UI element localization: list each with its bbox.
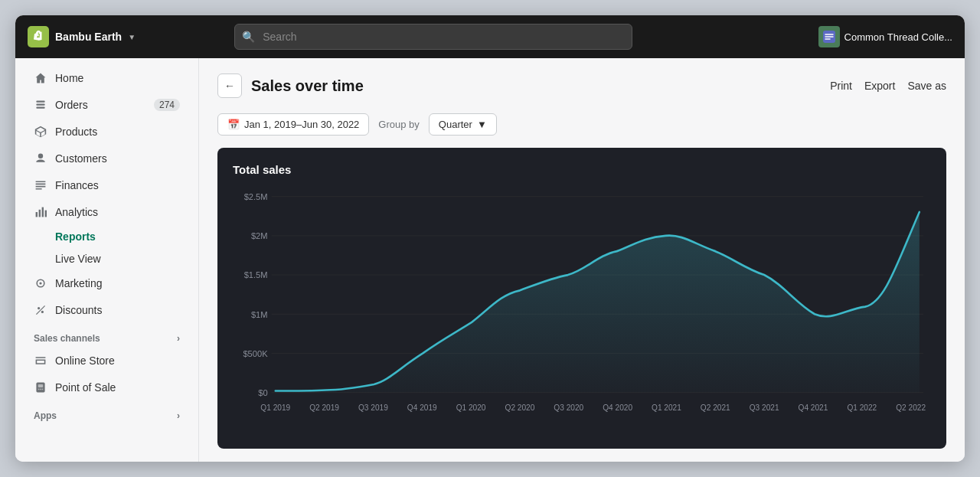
page-actions: Print Export Save as [830, 80, 946, 92]
sidebar-item-products-label: Products [55, 126, 97, 138]
sidebar-item-orders-label: Orders [55, 99, 88, 111]
online-store-icon [34, 354, 47, 368]
sidebar-item-discounts[interactable]: Discounts [21, 297, 192, 323]
svg-rect-0 [28, 26, 49, 47]
topbar-right: Common Thread Colle... [818, 26, 952, 47]
svg-text:Q3 2020: Q3 2020 [554, 403, 583, 412]
svg-text:Q3 2019: Q3 2019 [358, 403, 388, 412]
group-by-value: Quarter [439, 119, 472, 130]
sidebar-item-customers[interactable]: Customers [21, 145, 192, 172]
svg-rect-15 [40, 389, 41, 390]
home-icon [34, 71, 47, 85]
sidebar-item-online-store-label: Online Store [55, 354, 115, 367]
svg-rect-5 [36, 212, 38, 217]
apps-expand-icon[interactable]: › [177, 410, 180, 421]
svg-text:Q4 2021: Q4 2021 [799, 403, 828, 412]
shopify-logo-icon [28, 26, 49, 47]
svg-rect-8 [45, 211, 47, 217]
sidebar-item-live-view-label: Live View [55, 253, 101, 265]
export-button[interactable]: Export [864, 80, 895, 92]
chart-container: Total sales $2.5M $2M $1.5M [217, 148, 946, 449]
back-arrow-icon: ← [224, 80, 235, 92]
main-content: ← Sales over time Print Export Save as 📅… [199, 58, 965, 462]
sidebar-item-marketing[interactable]: Marketing [21, 270, 192, 296]
svg-text:$2M: $2M [251, 231, 268, 240]
svg-rect-13 [38, 384, 43, 387]
date-range-label: Jan 1, 2019–Jun 30, 2022 [244, 119, 359, 130]
calendar-icon: 📅 [227, 119, 240, 130]
svg-text:Q1 2020: Q1 2020 [456, 403, 486, 412]
sales-channels-expand-icon[interactable]: › [177, 333, 180, 344]
svg-text:Q2 2021: Q2 2021 [701, 403, 730, 412]
finances-icon [34, 178, 47, 192]
svg-text:Q4 2020: Q4 2020 [603, 403, 632, 412]
browser-frame: Bambu Earth ▼ 🔍 Common Thread Colle... [15, 15, 965, 462]
products-icon [34, 125, 47, 139]
print-button[interactable]: Print [830, 80, 852, 92]
orders-badge: 274 [154, 99, 180, 111]
group-by-chevron-icon: ▼ [477, 119, 487, 130]
sidebar-item-orders[interactable]: Orders 274 [21, 92, 192, 118]
svg-point-11 [41, 311, 44, 313]
date-range-button[interactable]: 📅 Jan 1, 2019–Jun 30, 2022 [217, 113, 369, 136]
sidebar-item-customers-label: Customers [55, 152, 107, 165]
svg-rect-6 [39, 210, 41, 217]
svg-text:Q1 2022: Q1 2022 [847, 403, 877, 412]
sidebar-item-marketing-label: Marketing [55, 277, 102, 289]
filters-row: 📅 Jan 1, 2019–Jun 30, 2022 Group by Quar… [217, 113, 946, 136]
sidebar-item-analytics[interactable]: Analytics [21, 199, 192, 225]
page-header: ← Sales over time Print Export Save as [217, 74, 946, 98]
chart-area: $2.5M $2M $1.5M $1M $500K $0 [233, 188, 931, 433]
search-input[interactable] [234, 24, 632, 50]
sidebar-item-discounts-label: Discounts [55, 304, 102, 316]
orders-icon [34, 98, 47, 112]
svg-point-10 [38, 307, 40, 309]
sidebar-item-reports[interactable]: Reports [21, 226, 192, 247]
chart-svg: $2.5M $2M $1.5M $1M $500K $0 [233, 188, 931, 433]
analytics-icon [34, 205, 47, 219]
sidebar-item-live-view[interactable]: Live View [21, 248, 192, 270]
svg-text:$1.5M: $1.5M [244, 270, 268, 279]
sidebar-item-home[interactable]: Home [21, 65, 192, 91]
page-title: Sales over time [251, 77, 364, 95]
save-as-button[interactable]: Save as [907, 80, 946, 92]
sidebar-item-reports-label: Reports [55, 230, 96, 243]
sidebar-item-point-of-sale[interactable]: Point of Sale [21, 374, 192, 400]
sidebar: Home Orders 274 [15, 58, 199, 462]
sidebar-item-home-label: Home [55, 72, 83, 84]
page-title-area: ← Sales over time [217, 74, 364, 98]
shopify-logo-area[interactable]: Bambu Earth ▼ [28, 26, 136, 47]
svg-text:Q2 2020: Q2 2020 [505, 403, 535, 412]
sales-channels-label: Sales channels › [15, 324, 198, 347]
search-icon: 🔍 [242, 31, 255, 43]
svg-rect-2 [36, 100, 44, 102]
store-switcher[interactable]: Common Thread Colle... [818, 26, 952, 47]
store-avatar [818, 26, 840, 47]
svg-text:Q4 2019: Q4 2019 [407, 403, 437, 412]
search-bar[interactable]: 🔍 [234, 24, 632, 50]
svg-rect-14 [38, 389, 40, 390]
store-name: Bambu Earth [55, 31, 122, 43]
sidebar-item-finances[interactable]: Finances [21, 172, 192, 198]
sidebar-item-online-store[interactable]: Online Store [21, 348, 192, 374]
chart-title: Total sales [233, 163, 931, 176]
svg-text:$1M: $1M [251, 309, 268, 319]
svg-rect-4 [36, 106, 44, 108]
group-by-button[interactable]: Quarter ▼ [429, 113, 497, 136]
svg-text:$500K: $500K [243, 348, 268, 358]
svg-rect-7 [42, 207, 44, 217]
sidebar-item-products[interactable]: Products [21, 119, 192, 145]
store-switcher-label: Common Thread Colle... [844, 31, 952, 43]
svg-text:$0: $0 [258, 388, 267, 397]
back-button[interactable]: ← [217, 74, 242, 98]
group-by-label: Group by [378, 119, 419, 130]
svg-text:$2.5M: $2.5M [244, 192, 268, 201]
store-dropdown-icon: ▼ [128, 33, 136, 41]
apps-label: Apps › [15, 401, 198, 424]
sidebar-item-analytics-label: Analytics [55, 206, 98, 218]
svg-point-9 [39, 282, 41, 284]
sidebar-item-pos-label: Point of Sale [55, 381, 116, 394]
svg-text:Q1 2019: Q1 2019 [260, 403, 290, 412]
pos-icon [34, 381, 47, 394]
main-layout: Home Orders 274 [15, 58, 965, 462]
